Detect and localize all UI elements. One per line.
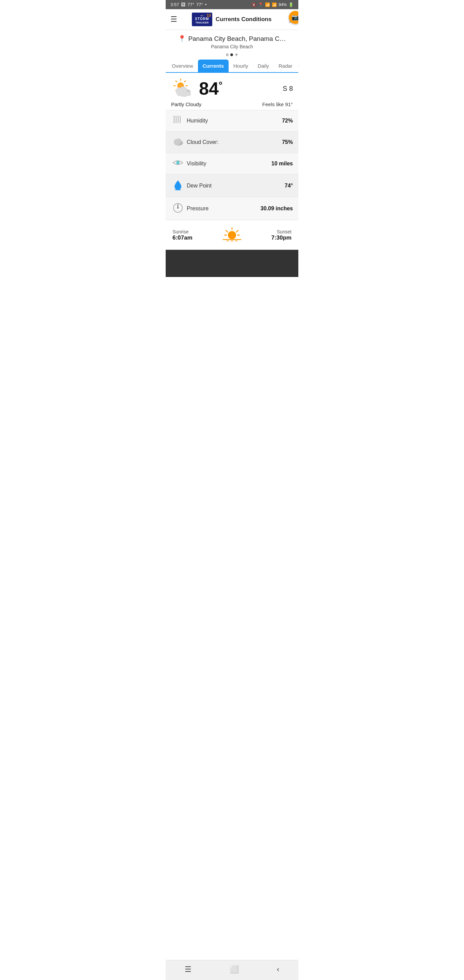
sunrise-time: 6:07am	[172, 234, 192, 241]
logo-title-group: 13 abc STORM TRACKER Currents Conditions	[192, 13, 272, 26]
wifi-icon: 📶	[265, 2, 270, 7]
visibility-row: Visibility 10 miles	[166, 153, 298, 174]
app-logo: 13 abc STORM TRACKER	[192, 13, 212, 26]
location-bar: 📍 Panama City Beach, Panama C… Panama Ci…	[166, 30, 298, 60]
wind-info: S 8	[283, 85, 293, 92]
pressure-value: 30.09 inches	[261, 205, 293, 212]
svg-point-17	[174, 139, 179, 143]
dew-point-row: Dew Point 74°	[166, 174, 298, 197]
cloud-cover-label: Cloud Cover:	[185, 139, 282, 145]
status-temp1: 77°	[188, 2, 194, 7]
location-dots: +	[171, 52, 293, 57]
humidity-value: 72%	[282, 118, 293, 124]
hamburger-menu[interactable]: ☰	[170, 16, 177, 23]
svg-point-23	[228, 231, 236, 239]
pressure-icon	[171, 202, 185, 215]
visibility-label: Visibility	[185, 161, 272, 167]
pressure-row: Pressure 30.09 inches	[166, 197, 298, 220]
cloud-cover-icon	[171, 136, 185, 148]
page-title: Currents Conditions	[216, 16, 272, 23]
visibility-value: 10 miles	[272, 161, 293, 167]
sun-row: Sunrise 6:07am Sunset 7:30pm	[166, 220, 298, 250]
top-bar: ☰ 13 abc STORM TRACKER Currents Conditio…	[166, 9, 298, 30]
svg-point-22	[177, 207, 179, 208]
svg-line-7	[185, 81, 186, 82]
svg-point-18	[176, 161, 180, 164]
status-right: 🔇 📍 📶 📶 94% 🔋	[251, 2, 294, 7]
location-sub: Panama City Beach	[171, 44, 293, 49]
dew-point-icon	[171, 179, 185, 192]
nav-home-button[interactable]: ⬜	[223, 964, 246, 975]
dew-point-value: 74°	[285, 183, 293, 189]
weather-icon-temp: 84°	[171, 78, 222, 99]
status-bar: 3:57 🖼 77° 77° • 🔇 📍 📶 📶 94% 🔋	[166, 0, 298, 9]
condition-text: Partly Cloudy	[171, 102, 202, 107]
sunrise-icon	[222, 225, 242, 245]
location-text: Panama City Beach, Panama C…	[188, 35, 286, 43]
mute-icon: 🔇	[251, 2, 256, 7]
feels-like-text: Feels like 91°	[262, 102, 293, 107]
logo-tracker: TRACKER	[195, 21, 208, 24]
status-left: 3:57 🖼 77° 77° •	[170, 2, 207, 7]
battery-percent: 94%	[279, 2, 287, 7]
status-temp2: 77°	[196, 2, 203, 7]
sunset-info: Sunset 7:30pm	[271, 229, 292, 241]
humidity-icon	[171, 115, 185, 127]
dot-1[interactable]	[226, 53, 229, 56]
sunset-time: 7:30pm	[271, 234, 292, 241]
dot-2[interactable]	[230, 53, 233, 56]
sunset-label: Sunset	[271, 229, 292, 234]
tab-hourly[interactable]: Hourly	[229, 60, 253, 72]
status-time: 3:57	[170, 2, 179, 7]
location-main: 📍 Panama City Beach, Panama C…	[171, 35, 293, 43]
sunrise-info: Sunrise 6:07am	[172, 229, 192, 241]
svg-line-5	[176, 81, 177, 82]
humidity-row: Humidity 72%	[166, 110, 298, 131]
pressure-label: Pressure	[185, 205, 261, 212]
add-location-button[interactable]: +	[235, 52, 238, 57]
battery-icon: 🔋	[288, 2, 294, 7]
partly-cloudy-icon	[171, 78, 195, 99]
status-dot: •	[205, 2, 207, 7]
temperature-value: 84°	[199, 79, 222, 98]
logo-abc: abc	[200, 14, 204, 17]
tab-daily[interactable]: Daily	[253, 60, 273, 72]
humidity-label: Humidity	[185, 118, 282, 124]
nav-back-button[interactable]: ‹	[270, 964, 286, 975]
location-icon: 📍	[258, 2, 263, 7]
dark-section	[166, 250, 298, 277]
svg-line-25	[237, 231, 238, 232]
status-icon-photo: 🖼	[181, 2, 185, 7]
tab-radar[interactable]: Radar	[274, 60, 297, 72]
pin-icon: 📍	[178, 35, 186, 43]
logo-number: 13	[207, 13, 211, 18]
conditions-description: Partly Cloudy Feels like 91°	[166, 102, 298, 110]
nav-menu-button[interactable]: ☰	[178, 964, 198, 975]
conditions-main: 84° S 8	[166, 73, 298, 102]
dew-point-label: Dew Point	[185, 183, 285, 189]
tab-overview[interactable]: Overview	[167, 60, 198, 72]
temperature-display: 84°	[199, 80, 222, 97]
visibility-icon	[171, 158, 185, 170]
bottom-nav: ☰ ⬜ ‹	[166, 960, 298, 980]
svg-line-26	[226, 231, 227, 232]
sunrise-label: Sunrise	[172, 229, 192, 234]
cloud-cover-row: Cloud Cover: 75%	[166, 131, 298, 153]
signal-icon: 📶	[272, 2, 277, 7]
tabs-bar: Overview Currents Hourly Daily Radar ›	[166, 60, 298, 73]
tab-currents[interactable]: Currents	[198, 60, 229, 72]
cloud-cover-value: 75%	[282, 139, 293, 145]
svg-rect-13	[177, 92, 191, 96]
